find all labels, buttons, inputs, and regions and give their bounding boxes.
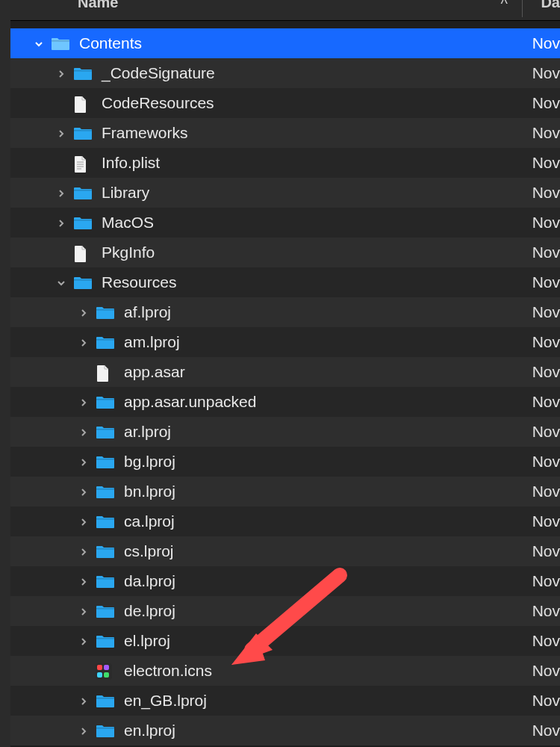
item-name: PkgInfo xyxy=(102,244,155,261)
window-gutter xyxy=(0,0,10,747)
folder-icon xyxy=(96,394,115,409)
tree-row[interactable]: af.lprojNov xyxy=(10,297,560,327)
chevron-right-icon[interactable] xyxy=(76,692,91,710)
tree-row[interactable]: ar.lprojNov xyxy=(10,417,560,447)
folder-icon xyxy=(96,484,115,499)
item-date: Nov xyxy=(526,214,560,232)
chevron-right-icon[interactable] xyxy=(76,513,91,530)
tree-row[interactable]: am.lprojNov xyxy=(10,327,560,357)
svg-rect-22 xyxy=(96,728,114,729)
plist-file-icon xyxy=(73,155,93,170)
item-date: Nov xyxy=(526,542,560,560)
item-date: Nov xyxy=(526,64,560,82)
item-name: Library xyxy=(102,184,149,202)
chevron-right-icon[interactable] xyxy=(76,424,91,441)
column-header-date[interactable]: Da xyxy=(533,0,560,11)
tree-row[interactable]: cs.lprojNov xyxy=(10,536,560,566)
svg-rect-16 xyxy=(96,518,114,520)
chevron-right-icon[interactable] xyxy=(76,483,91,500)
item-date: Nov xyxy=(526,602,560,620)
svg-rect-11 xyxy=(96,339,114,341)
folder-icon xyxy=(96,693,115,708)
chevron-right-icon[interactable] xyxy=(76,603,91,620)
tree-row[interactable]: da.lprojNov xyxy=(10,566,560,596)
svg-rect-19 xyxy=(96,608,114,610)
tree-row[interactable]: en.lprojNov xyxy=(10,716,560,746)
item-date: Nov xyxy=(526,124,560,142)
chevron-right-icon[interactable] xyxy=(76,633,91,650)
item-name: da.lproj xyxy=(124,572,175,590)
chevron-right-icon[interactable] xyxy=(76,304,91,321)
tree-row[interactable]: CodeResourcesNov xyxy=(10,88,560,118)
chevron-right-icon[interactable] xyxy=(76,334,91,351)
icns-file-icon xyxy=(96,663,115,678)
chevron-right-icon[interactable] xyxy=(76,394,91,411)
tree-row[interactable]: Info.plistNov xyxy=(10,148,560,178)
column-divider[interactable] xyxy=(522,0,523,17)
svg-rect-2 xyxy=(74,130,92,131)
chevron-down-icon[interactable] xyxy=(54,274,69,291)
svg-rect-17 xyxy=(96,548,114,550)
item-name: MacOS xyxy=(102,214,154,232)
chevron-right-icon[interactable] xyxy=(54,185,69,202)
file-tree[interactable]: ContentsNov_CodeSignatureNovCodeResource… xyxy=(10,28,560,747)
tree-row[interactable]: MacOSNov xyxy=(10,208,560,238)
chevron-right-icon[interactable] xyxy=(54,214,69,232)
tree-row[interactable]: ca.lprojNov xyxy=(10,506,560,536)
item-name: bn.lproj xyxy=(124,483,175,500)
tree-row[interactable]: ResourcesNov xyxy=(10,267,560,297)
item-name: en.lproj xyxy=(124,722,175,740)
item-name: am.lproj xyxy=(124,333,180,351)
item-name: ca.lproj xyxy=(124,512,175,530)
svg-rect-15 xyxy=(96,489,114,490)
svg-rect-13 xyxy=(96,429,114,430)
column-header-name[interactable]: Name xyxy=(78,0,118,11)
item-date: Nov xyxy=(526,363,560,381)
chevron-right-icon[interactable] xyxy=(76,453,91,471)
chevron-right-icon[interactable] xyxy=(76,543,91,560)
item-name: app.asar.unpacked xyxy=(124,393,256,411)
folder-icon xyxy=(73,125,93,140)
folder-icon xyxy=(96,335,115,350)
item-name: electron.icns xyxy=(124,662,212,680)
tree-row[interactable]: FrameworksNov xyxy=(10,118,560,148)
chevron-right-icon[interactable] xyxy=(54,125,69,142)
tree-row[interactable]: PkgInfoNov xyxy=(10,238,560,267)
item-date: Nov xyxy=(526,572,560,590)
item-date: Nov xyxy=(526,273,560,291)
tree-row[interactable]: LibraryNov xyxy=(10,178,560,208)
tree-row[interactable]: el.lprojNov xyxy=(10,626,560,656)
tree-row[interactable]: en_GB.lprojNov xyxy=(10,686,560,716)
sort-indicator-icon[interactable]: ^ xyxy=(501,0,508,13)
svg-rect-21 xyxy=(96,698,114,699)
chevron-down-icon[interactable] xyxy=(31,35,46,52)
tree-row[interactable]: _CodeSignatureNov xyxy=(10,58,560,88)
chevron-right-icon[interactable] xyxy=(54,65,69,82)
folder-icon xyxy=(96,604,115,619)
svg-rect-18 xyxy=(96,578,114,580)
chevron-right-icon[interactable] xyxy=(76,722,91,740)
svg-rect-8 xyxy=(74,220,92,221)
file-icon xyxy=(96,365,115,379)
svg-rect-14 xyxy=(96,459,114,460)
tree-row[interactable]: app.asar.unpackedNov xyxy=(10,387,560,417)
tree-row[interactable]: app.asarNov xyxy=(10,357,560,387)
tree-row[interactable]: electron.icnsNov xyxy=(10,656,560,686)
folder-icon xyxy=(73,185,93,200)
tree-row[interactable]: bg.lprojNov xyxy=(10,447,560,477)
folder-icon xyxy=(96,633,115,648)
tree-row[interactable]: bn.lprojNov xyxy=(10,477,560,506)
chevron-right-icon[interactable] xyxy=(76,573,91,590)
svg-rect-7 xyxy=(74,190,92,191)
item-name: _CodeSignature xyxy=(102,64,215,82)
item-date: Nov xyxy=(526,722,560,740)
tree-row[interactable]: de.lprojNov xyxy=(10,596,560,626)
file-icon xyxy=(73,96,93,111)
tree-row[interactable]: ContentsNov xyxy=(10,28,560,58)
item-date: Nov xyxy=(526,94,560,112)
item-name: ar.lproj xyxy=(124,423,171,441)
item-name: CodeResources xyxy=(102,94,214,112)
folder-icon xyxy=(96,424,115,439)
item-date: Nov xyxy=(526,423,560,441)
item-name: de.lproj xyxy=(124,602,175,620)
